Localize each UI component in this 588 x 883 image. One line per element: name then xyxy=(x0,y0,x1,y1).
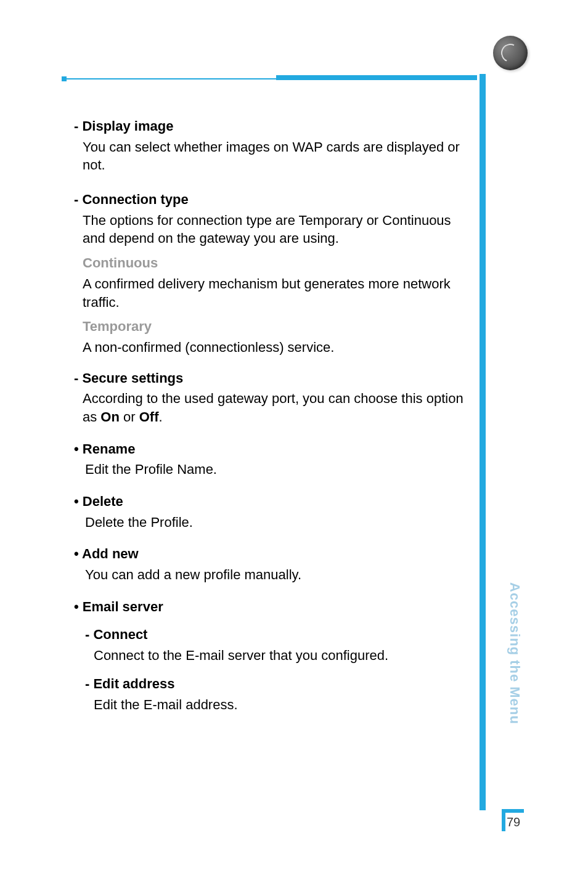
section-connection-type: - Connection type The options for connec… xyxy=(74,190,468,357)
delete-desc: Delete the Profile. xyxy=(74,513,468,532)
display-image-desc: You can select whether images on WAP car… xyxy=(74,138,468,174)
header-dot xyxy=(62,76,67,81)
continuous-block: Continuous A confirmed delivery mechanis… xyxy=(74,254,468,311)
email-connect-block: - Connect Connect to the E-mail server t… xyxy=(74,625,468,664)
temporary-block: Temporary A non-confirmed (connectionles… xyxy=(74,317,468,356)
rename-title: • Rename xyxy=(74,440,468,458)
section-rename: • Rename Edit the Profile Name. xyxy=(74,440,468,479)
email-connect-desc: Connect to the E-mail server that you co… xyxy=(85,646,468,665)
section-secure-settings: - Secure settings According to the used … xyxy=(74,369,468,426)
secure-off: Off xyxy=(139,409,159,425)
header-thick-bar xyxy=(276,75,477,80)
continuous-label: Continuous xyxy=(83,254,468,272)
connection-type-desc: The options for connection type are Temp… xyxy=(74,211,468,248)
page-content: - Display image You can select whether i… xyxy=(74,117,468,714)
page-number: 79 xyxy=(507,815,520,829)
side-section-label: Accessing the Menu xyxy=(504,582,523,779)
delete-title: • Delete xyxy=(74,492,468,511)
secure-settings-desc: According to the used gateway port, you … xyxy=(74,389,468,426)
page-corner-v xyxy=(502,809,505,831)
continuous-desc: A confirmed delivery mechanism but gener… xyxy=(83,275,468,311)
section-delete: • Delete Delete the Profile. xyxy=(74,492,468,531)
secure-period: . xyxy=(158,409,162,425)
connection-type-title: - Connection type xyxy=(74,190,468,209)
email-edit-desc: Edit the E-mail address. xyxy=(85,696,468,714)
email-connect-title: - Connect xyxy=(85,625,468,644)
display-image-title: - Display image xyxy=(74,117,468,136)
email-server-title: • Email server xyxy=(74,598,468,616)
email-edit-block: - Edit address Edit the E-mail address. xyxy=(74,675,468,714)
section-email-server: • Email server - Connect Connect to the … xyxy=(74,598,468,714)
header-rule xyxy=(62,74,477,80)
globe-icon xyxy=(493,36,528,70)
add-new-desc: You can add a new profile manually. xyxy=(74,566,468,584)
section-display-image: - Display image You can select whether i… xyxy=(74,117,468,174)
add-new-title: • Add new xyxy=(74,545,468,563)
secure-on: On xyxy=(100,409,120,425)
section-add-new: • Add new You can add a new profile manu… xyxy=(74,545,468,584)
email-edit-title: - Edit address xyxy=(85,675,468,693)
temporary-label: Temporary xyxy=(83,317,468,336)
secure-settings-title: - Secure settings xyxy=(74,369,468,388)
secure-or: or xyxy=(120,409,139,425)
header-thin-bar xyxy=(67,78,276,79)
page-number-box: 79 xyxy=(502,809,526,834)
rename-desc: Edit the Profile Name. xyxy=(74,460,468,479)
right-vertical-bar xyxy=(480,74,486,810)
temporary-desc: A non-confirmed (connectionless) service… xyxy=(83,338,468,357)
